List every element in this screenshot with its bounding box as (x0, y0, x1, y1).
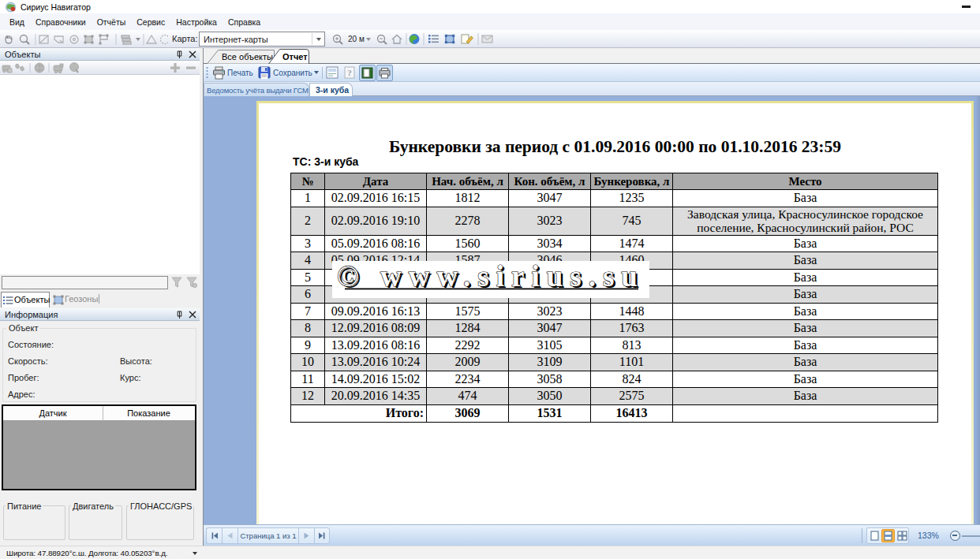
svg-text:© www.sirius.su: © www.sirius.su (337, 261, 645, 293)
svg-text:?: ? (347, 68, 352, 77)
svg-text:20 м: 20 м (348, 35, 365, 43)
